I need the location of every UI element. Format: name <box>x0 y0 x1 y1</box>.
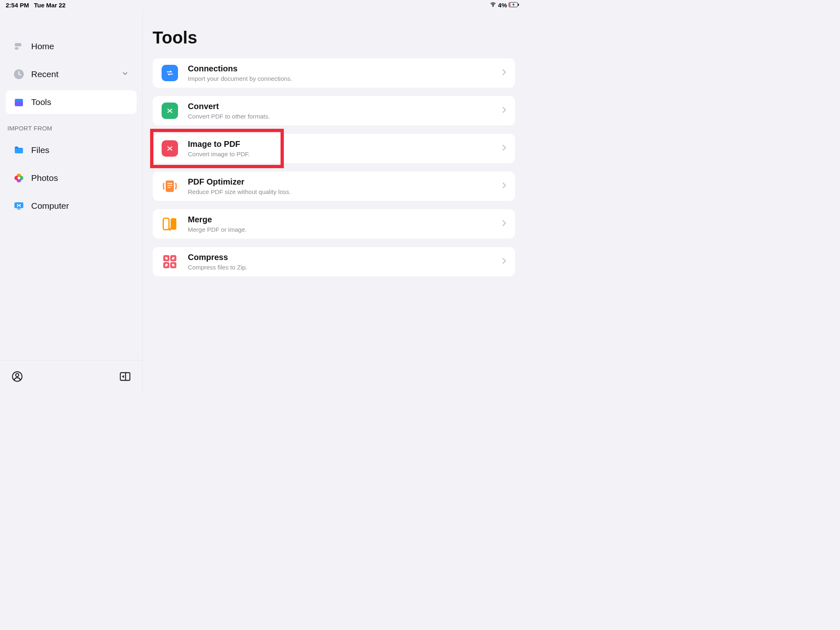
battery-charging-icon <box>509 2 519 9</box>
svg-rect-15 <box>14 202 23 208</box>
tool-convert[interactable]: Convert Convert PDF to other formats. <box>153 96 515 126</box>
svg-rect-3 <box>509 3 511 7</box>
sidebar: Home Recent Tools IMPORT FROM <box>0 10 143 394</box>
svg-rect-25 <box>163 218 169 230</box>
optimizer-icon <box>162 178 178 194</box>
tool-sub: Convert PDF to other formats. <box>188 113 502 120</box>
sidebar-item-label: Files <box>31 145 49 155</box>
sidebar-item-tools[interactable]: Tools <box>6 90 137 114</box>
status-time: 2:54 PM <box>6 2 29 9</box>
wifi-icon <box>490 1 496 9</box>
tool-sub: Merge PDF or image. <box>188 226 502 233</box>
folder-icon <box>13 144 25 156</box>
tool-merge[interactable]: Merge Merge PDF or image. <box>153 209 515 239</box>
status-bar: 2:54 PM Tue Mar 22 4% <box>0 0 525 9</box>
sidebar-item-label: Photos <box>31 173 58 183</box>
svg-rect-4 <box>15 43 21 46</box>
tool-compress[interactable]: Compress Compress files to Zip. <box>153 247 515 276</box>
tool-sub: Convert image to PDF. <box>188 151 502 158</box>
tool-pdf-optimizer[interactable]: PDF Optimizer Reduce PDF size without qu… <box>153 171 515 201</box>
chevron-right-icon <box>502 219 506 228</box>
status-date: Tue Mar 22 <box>34 2 66 9</box>
tools-icon <box>13 96 25 108</box>
tool-title: PDF Optimizer <box>188 177 502 187</box>
svg-point-14 <box>18 177 21 180</box>
clock-icon <box>13 68 25 80</box>
connections-icon <box>162 65 178 81</box>
tool-title: Compress <box>188 253 502 262</box>
tool-image-to-pdf[interactable]: Image to PDF Convert image to PDF. <box>153 134 515 163</box>
svg-rect-24 <box>167 187 171 188</box>
sidebar-item-files[interactable]: Files <box>6 138 137 162</box>
sidebar-item-label: Recent <box>31 69 59 79</box>
image-to-pdf-icon <box>162 140 178 157</box>
sidebar-item-recent[interactable]: Recent <box>6 62 137 86</box>
main-content: Tools Connections Import your document b… <box>143 10 525 394</box>
tool-sub: Compress files to Zip. <box>188 264 502 271</box>
svg-rect-16 <box>17 209 21 210</box>
chevron-right-icon <box>502 182 506 191</box>
compress-icon <box>162 253 178 270</box>
tool-sub: Reduce PDF size without quality loss. <box>188 188 502 195</box>
tool-connections[interactable]: Connections Import your document by conn… <box>153 58 515 88</box>
svg-rect-2 <box>518 4 519 6</box>
sidebar-item-home[interactable]: Home <box>6 34 137 58</box>
merge-icon <box>162 216 178 232</box>
account-button[interactable] <box>11 371 23 384</box>
photos-icon <box>13 172 25 184</box>
svg-rect-8 <box>15 99 23 102</box>
tool-title: Image to PDF <box>188 139 502 149</box>
collapse-sidebar-button[interactable] <box>119 371 131 384</box>
chevron-right-icon <box>502 257 506 266</box>
sidebar-item-label: Computer <box>31 201 69 211</box>
chevron-right-icon <box>502 68 506 78</box>
svg-rect-19 <box>120 372 130 380</box>
sidebar-section-import: IMPORT FROM <box>0 118 142 134</box>
status-battery-pct: 4% <box>498 2 507 9</box>
chevron-right-icon <box>502 144 506 153</box>
svg-rect-5 <box>15 47 18 50</box>
svg-rect-23 <box>167 185 172 186</box>
sidebar-item-label: Tools <box>31 97 51 107</box>
sidebar-item-label: Home <box>31 41 54 51</box>
chevron-down-icon <box>121 69 129 80</box>
tool-title: Convert <box>188 102 502 111</box>
svg-point-18 <box>16 373 18 376</box>
svg-rect-26 <box>171 218 176 230</box>
svg-rect-22 <box>167 183 172 184</box>
home-icon <box>13 41 25 52</box>
sidebar-item-computer[interactable]: Computer <box>6 194 137 218</box>
tool-title: Connections <box>188 64 502 73</box>
svg-point-0 <box>493 6 493 7</box>
computer-transfer-icon <box>13 200 25 212</box>
tool-title: Merge <box>188 215 502 224</box>
page-title: Tools <box>153 28 515 48</box>
sidebar-item-photos[interactable]: Photos <box>6 166 137 190</box>
chevron-right-icon <box>502 106 506 115</box>
svg-rect-9 <box>15 148 23 153</box>
convert-icon <box>162 103 178 119</box>
tool-sub: Import your document by connections. <box>188 75 502 82</box>
svg-rect-21 <box>166 180 174 192</box>
